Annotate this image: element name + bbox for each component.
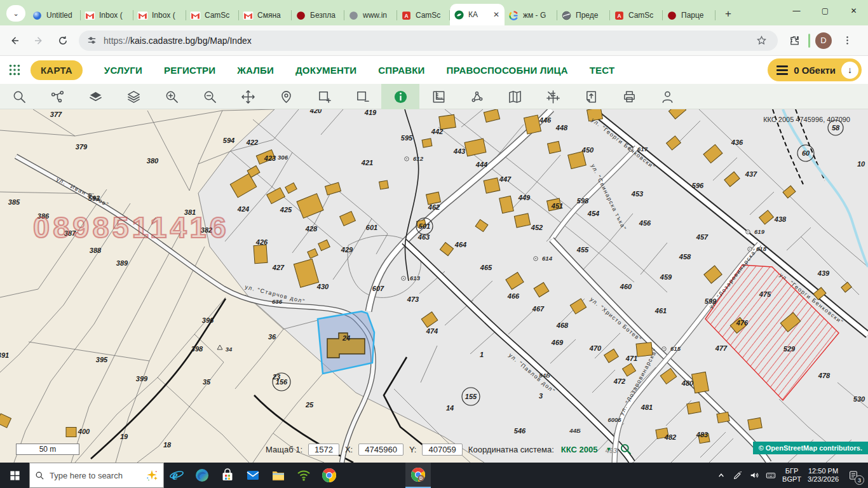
taskbar-chrome-active[interactable]: D [405,463,431,488]
tab-label: жм - G [523,11,553,20]
tab-search-button[interactable]: ⌄ [6,5,25,22]
print-tool-button[interactable] [610,84,648,109]
location-pin-tool-button[interactable] [267,84,305,109]
selected-parcel-layer[interactable] [318,311,374,374]
parcel-label-463: 463 [417,233,430,241]
map-fold-tool-button[interactable] [496,84,534,109]
map-search-icon[interactable] [620,443,632,456]
taskbar-chrome-icon[interactable] [316,463,342,488]
tab-11[interactable]: Преде [557,5,610,25]
tab-1[interactable]: Untitled [28,5,81,25]
tab-8[interactable]: ACamSc [397,5,450,25]
measure-area-tool-button[interactable] [458,84,496,109]
bookmark-star-button[interactable] [752,32,770,50]
pen-input-icon[interactable] [733,470,743,480]
minimize-button[interactable]: — [782,0,811,22]
tab-9[interactable]: КА✕ [450,4,505,25]
parcel-label-24: 24 [342,334,350,342]
tray-expand-icon[interactable] [716,470,726,480]
search-tool-button[interactable] [0,84,38,109]
volume-icon[interactable] [749,470,759,480]
tab-4[interactable]: CamSc [186,5,239,25]
taskbar-mail-icon[interactable] [240,463,266,488]
tab-3[interactable]: Inbox ( [133,5,186,25]
zoom-out-tool-button[interactable] [191,84,229,109]
back-button[interactable] [5,31,24,50]
nav-item-жалби[interactable]: ЖАЛБИ [237,65,274,76]
tab-label: www.in [363,11,393,20]
start-button[interactable] [0,463,29,488]
tab-close-icon[interactable]: ✕ [492,10,501,19]
taskbar-ie-icon[interactable]: e [164,463,189,488]
nav-item-справки[interactable]: СПРАВКИ [378,65,424,76]
forward-button[interactable] [29,31,48,50]
parcel-label-19: 19 [120,433,128,440]
tab-5[interactable]: Смяна [239,5,292,25]
scale-value[interactable]: 1572 [308,444,339,456]
profile-avatar[interactable]: D [815,32,832,49]
parcel-label-443: 443 [453,147,465,155]
select-plus-tool-button[interactable] [305,84,343,109]
notification-center-button[interactable]: 3 [845,467,862,484]
cadastre-map[interactable]: 612613614615617618619 5011561555860 ул. … [0,109,868,463]
objects-button[interactable]: 0 Обекти ↓ [768,58,862,81]
tab-6[interactable]: Безпла [292,5,344,25]
layers-stack-tool-button[interactable] [114,84,153,109]
tab-10[interactable]: жм - G [505,5,557,25]
crs-dropdown-icon[interactable]: ▼ [606,446,611,452]
tab-12[interactable]: ACamSc [610,5,663,25]
select-minus-tool-button[interactable] [343,84,381,109]
new-tab-button[interactable]: + [719,5,737,23]
building [692,372,709,393]
clock[interactable]: 12:50 PM 3/23/2026 [808,467,839,484]
parcel-label-36: 36 [268,333,276,341]
scale-bar: 50 m [16,444,79,455]
zoom-in-tool-button[interactable] [153,84,191,109]
parcel-label-421: 421 [361,159,373,166]
reload-button[interactable] [53,31,72,50]
address-bar[interactable]: https://kais.cadastre.bg/bg/Map/Index [79,30,778,51]
close-button[interactable]: ✕ [839,0,868,22]
extensions-button[interactable] [785,32,803,50]
taskbar-explorer-icon[interactable] [266,463,291,488]
schema-tool-button[interactable] [38,84,76,109]
axes-tool-button[interactable] [534,84,572,109]
tab-7[interactable]: www.in [344,5,397,25]
map-canvas[interactable]: 612613614615617618619 5011561555860 ул. … [0,109,868,463]
taskbar-search-box[interactable]: Type here to search [29,463,164,488]
tab-2[interactable]: Inbox ( [81,5,133,25]
taskbar-edge-icon[interactable] [189,463,215,488]
collapse-arrow-icon[interactable]: ↓ [841,62,858,79]
nav-item-услуги[interactable]: УСЛУГИ [104,65,142,76]
nav-item-карта[interactable]: КАРТА [31,60,83,80]
site-settings-icon[interactable] [86,35,97,46]
user-tool-button[interactable] [648,84,686,109]
apps-grid-icon[interactable] [8,63,22,77]
parcel-label-23: 23 [272,373,280,381]
pan-tool-button[interactable] [229,84,267,109]
measure-ruler-tool-button[interactable] [419,84,458,109]
nav-item-регистри[interactable]: РЕГИСТРИ [164,65,215,76]
crs-value[interactable]: ККС 2005 [561,445,598,454]
export-page-tool-button[interactable] [572,84,610,109]
browser-menu-button[interactable] [838,32,856,50]
tab-13[interactable]: Парце [663,5,715,25]
survey-marker-dot [749,248,750,250]
layers-filled-tool-button[interactable] [76,84,114,109]
windows-taskbar: Type here to search e D БГР BGPT [0,463,868,488]
nav-item-тест[interactable]: ТЕСТ [590,65,615,76]
parcel-label-593: 593 [88,194,100,202]
taskbar-wifi-icon[interactable] [291,463,316,488]
nav-item-документи[interactable]: ДОКУМЕНТИ [295,65,356,76]
parcel-label-438: 438 [774,215,787,223]
keyboard-icon[interactable] [766,470,776,480]
parcel-label-398: 398 [191,345,203,353]
osm-attribution[interactable]: © OpenStreetMap contributors. [753,442,868,454]
nav-item-правоспособни-лица[interactable]: ПРАВОСПОСОБНИ ЛИЦА [447,65,568,76]
taskbar-store-icon[interactable] [215,463,240,488]
x-label: X: [345,445,353,454]
language-indicator[interactable]: БГР BGPT [782,467,801,484]
parcel-label-595: 595 [401,134,413,142]
info-tool-button[interactable] [381,84,419,109]
maximize-button[interactable]: ▢ [811,0,839,22]
